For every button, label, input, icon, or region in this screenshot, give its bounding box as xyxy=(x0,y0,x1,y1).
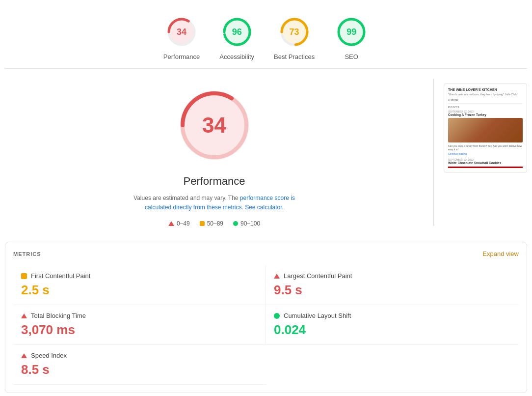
score-card-performance[interactable]: 34 Performance xyxy=(163,15,200,60)
fcp-name: First Contentful Paint xyxy=(31,272,90,280)
best-practices-gauge: 73 xyxy=(277,15,312,49)
average-icon xyxy=(200,221,205,226)
metric-si: Speed Index 8.5 s xyxy=(13,345,266,385)
metric-cls: Cumulative Layout Shift 0.024 xyxy=(266,305,519,345)
preview-menu: ≡ Menu xyxy=(448,98,523,104)
expand-view-button[interactable]: Expand view xyxy=(482,250,519,257)
fail-icon xyxy=(168,221,174,226)
metric-cls-header: Cumulative Layout Shift xyxy=(274,312,511,319)
best-practices-label: Best Practices xyxy=(274,53,315,60)
metrics-header: METRICS Expand view xyxy=(13,250,519,257)
tbt-name: Total Blocking Time xyxy=(31,312,86,319)
metric-fcp: First Contentful Paint 2.5 s xyxy=(13,265,266,305)
metric-lcp: Largest Contentful Paint 9.5 s xyxy=(266,265,519,305)
preview-posts-label: POSTS xyxy=(448,106,523,109)
fcp-icon xyxy=(21,273,27,279)
preview-site-title: THE WINE LOVER'S KITCHEN xyxy=(448,88,523,91)
metric-fcp-header: First Contentful Paint xyxy=(21,272,258,280)
accessibility-gauge: 96 xyxy=(220,15,254,49)
seo-label: SEO xyxy=(345,53,358,60)
cls-value: 0.024 xyxy=(274,322,511,338)
seo-score-value: 99 xyxy=(346,27,356,37)
large-score-value: 34 xyxy=(202,113,226,138)
lcp-name: Largest Contentful Paint xyxy=(284,272,352,280)
metrics-title: METRICS xyxy=(13,251,41,257)
legend-pass-label: 90–100 xyxy=(240,220,260,227)
cls-name: Cumulative Layout Shift xyxy=(284,312,351,319)
preview-post1-desc: Can you cook a turkey from frozen? Yes! … xyxy=(448,144,523,151)
preview-red-bar xyxy=(448,167,523,168)
accessibility-label: Accessibility xyxy=(219,53,254,60)
metric-tbt-header: Total Blocking Time xyxy=(21,312,258,319)
large-performance-gauge: 34 xyxy=(173,84,256,167)
lcp-value: 9.5 s xyxy=(274,283,511,298)
best-practices-score-value: 73 xyxy=(290,27,299,37)
tbt-value: 3,070 ms xyxy=(21,322,258,338)
metrics-grid: First Contentful Paint 2.5 s Largest Con… xyxy=(13,265,519,385)
score-card-best-practices[interactable]: 73 Best Practices xyxy=(274,15,315,60)
metrics-section: METRICS Expand view First Contentful Pai… xyxy=(5,242,527,393)
metric-lcp-header: Largest Contentful Paint xyxy=(274,272,511,280)
performance-gauge: 34 xyxy=(164,15,199,49)
legend-fail-label: 0–49 xyxy=(177,220,190,227)
left-panel: 34 Performance Values are estimated and … xyxy=(5,79,424,232)
preview-site-subtitle: "Good cooks are not born, they learn by … xyxy=(448,93,523,96)
legend-fail: 0–49 xyxy=(168,220,190,227)
performance-score-value: 34 xyxy=(177,27,186,37)
legend-average: 50–89 xyxy=(200,220,223,227)
score-legend: 0–49 50–89 90–100 xyxy=(168,220,260,227)
preview-post1-continue: Continue reading xyxy=(448,152,523,155)
preview-post2-title: White Chocolate Snowball Cookies xyxy=(448,161,523,165)
pass-icon xyxy=(233,221,238,226)
calculator-link[interactable]: See calculator. xyxy=(245,204,284,211)
seo-gauge: 99 xyxy=(334,15,369,49)
si-icon xyxy=(21,353,27,358)
performance-label: Performance xyxy=(163,53,200,60)
performance-title: Performance xyxy=(184,175,245,188)
fcp-value: 2.5 s xyxy=(21,283,258,298)
metric-tbt: Total Blocking Time 3,070 ms xyxy=(13,305,266,345)
preview-post1-image xyxy=(448,118,523,142)
legend-average-label: 50–89 xyxy=(207,220,223,227)
website-preview: THE WINE LOVER'S KITCHEN "Good cooks are… xyxy=(444,84,527,172)
legend-pass: 90–100 xyxy=(233,220,260,227)
score-card-accessibility[interactable]: 96 Accessibility xyxy=(219,15,254,60)
panel-divider xyxy=(433,79,434,226)
cls-icon xyxy=(274,313,280,319)
metric-si-header: Speed Index xyxy=(21,352,258,359)
accessibility-score-value: 96 xyxy=(232,27,242,37)
website-preview-panel: THE WINE LOVER'S KITCHEN "Good cooks are… xyxy=(444,79,527,172)
tbt-icon xyxy=(21,313,27,318)
lcp-icon xyxy=(274,274,280,279)
preview-post1-title: Cooking A Frozen Turkey xyxy=(448,113,523,116)
si-value: 8.5 s xyxy=(21,362,258,377)
si-name: Speed Index xyxy=(31,352,67,359)
scores-row: 34 Performance 96 Accessibility xyxy=(5,5,527,69)
score-card-seo[interactable]: 99 SEO xyxy=(334,15,369,60)
performance-description: Values are estimated and may vary. The p… xyxy=(121,194,308,212)
